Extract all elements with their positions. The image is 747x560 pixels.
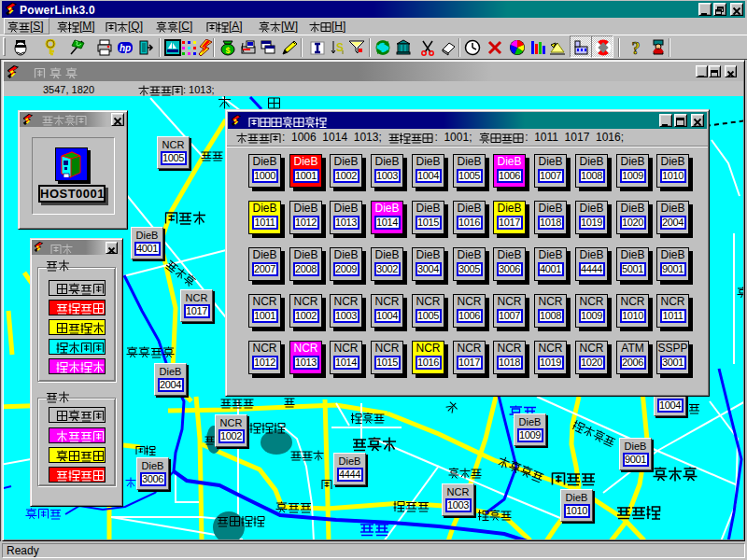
- svg-text:?: ?: [632, 39, 641, 56]
- svg-text:$: $: [225, 46, 230, 55]
- svg-text:hp: hp: [120, 43, 131, 53]
